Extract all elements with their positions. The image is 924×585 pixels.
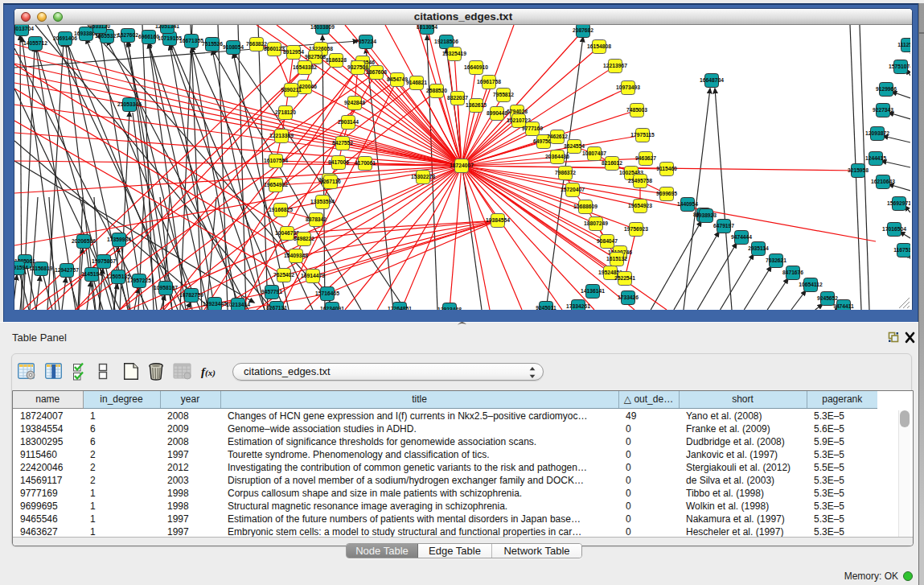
- svg-text:16961758: 16961758: [477, 79, 501, 84]
- svg-text:15692971: 15692971: [887, 200, 910, 206]
- svg-text:9245011: 9245011: [536, 305, 556, 310]
- svg-text:9463627: 9463627: [635, 155, 656, 161]
- svg-text:9227343: 9227343: [873, 107, 893, 113]
- svg-text:20364436: 20364436: [545, 154, 569, 159]
- svg-text:8417006: 8417006: [328, 159, 349, 165]
- svg-text:9146821: 9146821: [406, 80, 427, 85]
- svg-text:1145194: 1145194: [81, 271, 102, 277]
- svg-text:12213369: 12213369: [269, 133, 294, 138]
- svg-text:7515526: 7515526: [202, 41, 223, 47]
- svg-text:8912954: 8912954: [283, 49, 304, 55]
- svg-text:19384554: 19384554: [486, 217, 510, 223]
- svg-text:14055712: 14055712: [23, 40, 47, 46]
- svg-text:16648784: 16648784: [700, 77, 724, 83]
- svg-text:8938923: 8938923: [696, 212, 717, 218]
- svg-text:8216012: 8216012: [602, 160, 622, 166]
- svg-text:10655327: 10655327: [95, 33, 119, 39]
- svg-text:2588520: 2588520: [426, 88, 447, 93]
- svg-text:9242848: 9242848: [344, 100, 365, 105]
- svg-text:17975115: 17975115: [630, 132, 655, 138]
- svg-text:13325419: 13325419: [442, 51, 466, 56]
- svg-text:15302273: 15302273: [411, 174, 435, 179]
- svg-text:12942757: 12942757: [55, 267, 79, 273]
- svg-text:11156819: 11156819: [29, 266, 52, 271]
- svg-text:2087682: 2087682: [573, 27, 593, 33]
- svg-text:10046738: 10046738: [275, 230, 299, 236]
- svg-text:12051341: 12051341: [155, 25, 179, 29]
- svg-text:19654923: 19654923: [628, 203, 652, 208]
- svg-text:16640910: 16640910: [464, 64, 488, 70]
- svg-text:8427552: 8427552: [332, 140, 353, 146]
- svg-text:15409348: 15409348: [284, 253, 308, 258]
- svg-text:12923448: 12923448: [437, 307, 462, 310]
- svg-text:9474444: 9474444: [731, 234, 752, 240]
- svg-text:2718120: 2718120: [275, 109, 296, 115]
- svg-text:8322037: 8322037: [447, 95, 468, 101]
- svg-text:3624554: 3624554: [564, 143, 585, 149]
- svg-text:14136141: 14136141: [581, 288, 605, 294]
- svg-text:7625402: 7625402: [273, 272, 294, 278]
- svg-text:9457791: 9457791: [261, 289, 282, 295]
- svg-text:8878342: 8878342: [306, 216, 326, 222]
- svg-text:2935114: 2935114: [748, 245, 769, 251]
- svg-text:7986372: 7986372: [555, 170, 576, 175]
- svg-text:19654932: 19654932: [264, 182, 288, 187]
- svg-text:17016504: 17016504: [882, 226, 906, 232]
- svg-text:9129966: 9129966: [876, 86, 897, 92]
- svg-text:17334261: 17334261: [566, 303, 590, 309]
- svg-text:8186328: 8186328: [326, 57, 347, 63]
- svg-text:18013704: 18013704: [14, 26, 34, 31]
- svg-text:7955812: 7955812: [493, 92, 514, 97]
- svg-text:8498222: 8498222: [294, 236, 314, 241]
- svg-text:6479197: 6479197: [713, 223, 734, 229]
- svg-text:12923445: 12923445: [203, 301, 227, 307]
- svg-text:17264851: 17264851: [388, 306, 412, 310]
- svg-text:7485003: 7485003: [626, 107, 647, 113]
- svg-text:17359934: 17359934: [107, 237, 131, 242]
- svg-text:15720407: 15720407: [561, 187, 585, 192]
- svg-text:16210643: 16210643: [871, 179, 895, 184]
- svg-text:19218506: 19218506: [434, 39, 458, 44]
- svg-text:16671355: 16671355: [179, 38, 203, 43]
- svg-text:9245652: 9245652: [817, 295, 838, 301]
- svg-text:16107554: 16107554: [264, 158, 288, 163]
- svg-text:8267131: 8267131: [266, 305, 287, 310]
- svg-text:10973493: 10973493: [616, 84, 640, 90]
- svg-text:7632621: 7632621: [766, 257, 786, 263]
- svg-text:1733426: 1733426: [618, 295, 639, 300]
- svg-text:19975867: 19975867: [92, 258, 116, 264]
- svg-text:8454749: 8454749: [387, 76, 408, 82]
- svg-text:8990448: 8990448: [487, 110, 507, 116]
- svg-text:10719155: 10719155: [158, 35, 182, 41]
- svg-text:1112503: 1112503: [897, 42, 910, 47]
- svg-text:4170061: 4170061: [355, 160, 376, 166]
- svg-text:8660123: 8660123: [264, 46, 285, 51]
- svg-text:9474411: 9474411: [833, 303, 854, 309]
- svg-text:9115460: 9115460: [656, 166, 677, 171]
- svg-text:13353594: 13353594: [310, 199, 335, 204]
- svg-text:2903144: 2903144: [338, 119, 359, 125]
- svg-text:7462612: 7462612: [547, 134, 568, 139]
- svg-text:8471676: 8471676: [782, 270, 803, 275]
- svg-text:1615132: 1615132: [606, 256, 627, 262]
- svg-text:20691406: 20691406: [53, 35, 77, 41]
- svg-text:10654112: 10654112: [799, 282, 823, 287]
- svg-text:9699695: 9699695: [656, 191, 677, 196]
- svg-text:9390211: 9390211: [281, 87, 302, 93]
- svg-text:19756923: 19756923: [624, 226, 648, 232]
- svg-text:15716465: 15716465: [315, 290, 339, 296]
- svg-text:2522541: 2522541: [614, 275, 635, 281]
- svg-text:10782759: 10782759: [179, 292, 203, 298]
- svg-text:21053346: 21053346: [117, 101, 142, 107]
- svg-text:15751074: 15751074: [889, 64, 910, 69]
- svg-text:7357224: 7357224: [355, 39, 376, 44]
- svg-text:10807487: 10807487: [582, 150, 606, 156]
- svg-text:9827508: 9827508: [305, 54, 326, 60]
- svg-text:12093872: 12093872: [865, 130, 889, 136]
- svg-text:19166825: 19166825: [269, 207, 293, 212]
- svg-text:2867608: 2867608: [366, 69, 387, 75]
- svg-text:20206536: 20206536: [72, 238, 96, 244]
- svg-text:9777169: 9777169: [522, 126, 543, 131]
- svg-text:16154808: 16154808: [587, 43, 611, 49]
- svg-text:9108054: 9108054: [223, 44, 244, 50]
